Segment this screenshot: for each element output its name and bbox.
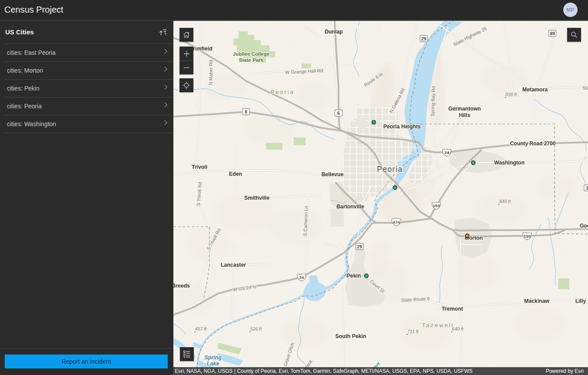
- svg-text:Tazewell: Tazewell: [422, 322, 454, 328]
- svg-text:150: 150: [524, 234, 531, 238]
- svg-text:Breeds: Breeds: [173, 283, 190, 289]
- svg-text:849 ft: 849 ft: [499, 199, 511, 204]
- svg-text:Jubilee College: Jubilee College: [233, 51, 269, 57]
- svg-text:Lancaster: Lancaster: [221, 262, 246, 268]
- svg-text:Sta: Sta: [582, 85, 588, 90]
- svg-text:Germantown: Germantown: [448, 106, 481, 112]
- svg-text:Metamora: Metamora: [522, 87, 548, 93]
- svg-text:474: 474: [393, 220, 400, 224]
- svg-text:Peoria: Peoria: [270, 89, 295, 95]
- svg-text:89: 89: [550, 31, 555, 36]
- svg-text:Smithville: Smithville: [244, 195, 269, 201]
- svg-text:Bartonville: Bartonville: [336, 204, 364, 210]
- svg-text:711 ft: 711 ft: [407, 329, 419, 334]
- svg-text:839 ft: 839 ft: [505, 92, 517, 97]
- svg-text:6: 6: [337, 110, 340, 116]
- svg-text:Lilly: Lilly: [575, 298, 586, 304]
- svg-text:Peoria Heights: Peoria Heights: [383, 124, 421, 130]
- svg-text:Pekin: Pekin: [347, 273, 361, 279]
- svg-text:Spring Bay Rd: Spring Bay Rd: [430, 86, 436, 117]
- svg-text:526 ft: 526 ft: [250, 326, 262, 331]
- svg-text:Dunlap: Dunlap: [325, 29, 343, 35]
- svg-text:457 ft: 457 ft: [195, 326, 207, 331]
- svg-text:Hills: Hills: [459, 112, 470, 118]
- svg-text:Eden: Eden: [229, 171, 242, 177]
- svg-text:Spring: Spring: [204, 355, 222, 361]
- svg-text:Mackinaw: Mackinaw: [524, 298, 550, 304]
- svg-text:N Maher Rd: N Maher Rd: [208, 60, 213, 85]
- svg-text:Lake: Lake: [207, 361, 219, 367]
- svg-text:South Pekin: South Pekin: [335, 333, 366, 339]
- svg-text:Trivoli: Trivoli: [192, 164, 207, 170]
- svg-text:24: 24: [445, 150, 449, 155]
- svg-text:Bellevue: Bellevue: [322, 171, 344, 177]
- svg-text:640 ft: 640 ft: [452, 326, 464, 331]
- svg-text:S Cameron Ln: S Cameron Ln: [302, 206, 309, 236]
- svg-text:8: 8: [245, 109, 247, 114]
- svg-text:County Road 2700: County Road 2700: [510, 141, 556, 147]
- svg-text:29: 29: [421, 36, 426, 41]
- svg-text:1: 1: [586, 185, 588, 191]
- svg-text:State Park: State Park: [239, 57, 264, 63]
- svg-text:Goo: Goo: [580, 223, 588, 229]
- svg-text:24: 24: [299, 275, 304, 280]
- svg-text:Peoria: Peoria: [377, 165, 403, 174]
- svg-text:29: 29: [357, 244, 362, 249]
- svg-text:Tremont: Tremont: [442, 306, 463, 312]
- svg-text:150: 150: [433, 203, 440, 208]
- svg-text:Washington: Washington: [494, 160, 525, 166]
